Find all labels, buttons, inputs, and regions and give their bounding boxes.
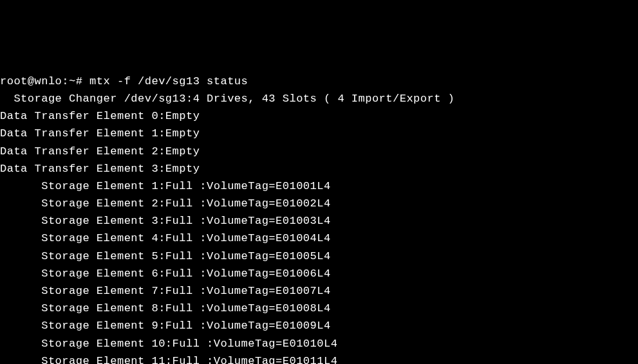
- storage-element: Storage Element 11:Full :VolumeTag=E0101…: [0, 352, 638, 364]
- storage-element: Storage Element 2:Full :VolumeTag=E01002…: [0, 195, 638, 212]
- terminal-output[interactable]: root@wnlo:~# mtx -f /dev/sg13 status Sto…: [0, 73, 638, 364]
- storage-changer-summary: Storage Changer /dev/sg13:4 Drives, 43 S…: [0, 90, 638, 107]
- storage-element: Storage Element 3:Full :VolumeTag=E01003…: [0, 212, 638, 230]
- data-transfer-element: Data Transfer Element 1:Empty: [0, 125, 638, 142]
- storage-element: Storage Element 1:Full :VolumeTag=E01001…: [0, 177, 638, 195]
- data-transfer-element: Data Transfer Element 2:Empty: [0, 143, 638, 160]
- data-transfer-element: Data Transfer Element 0:Empty: [0, 107, 638, 125]
- command-prompt-line: root@wnlo:~# mtx -f /dev/sg13 status: [0, 73, 638, 90]
- storage-element: Storage Element 8:Full :VolumeTag=E01008…: [0, 300, 638, 317]
- storage-element: Storage Element 4:Full :VolumeTag=E01004…: [0, 230, 638, 247]
- storage-element: Storage Element 7:Full :VolumeTag=E01007…: [0, 282, 638, 300]
- storage-element: Storage Element 9:Full :VolumeTag=E01009…: [0, 317, 638, 334]
- storage-element: Storage Element 6:Full :VolumeTag=E01006…: [0, 265, 638, 282]
- data-transfer-element: Data Transfer Element 3:Empty: [0, 160, 638, 177]
- storage-element: Storage Element 10:Full :VolumeTag=E0101…: [0, 335, 638, 352]
- storage-element: Storage Element 5:Full :VolumeTag=E01005…: [0, 248, 638, 265]
